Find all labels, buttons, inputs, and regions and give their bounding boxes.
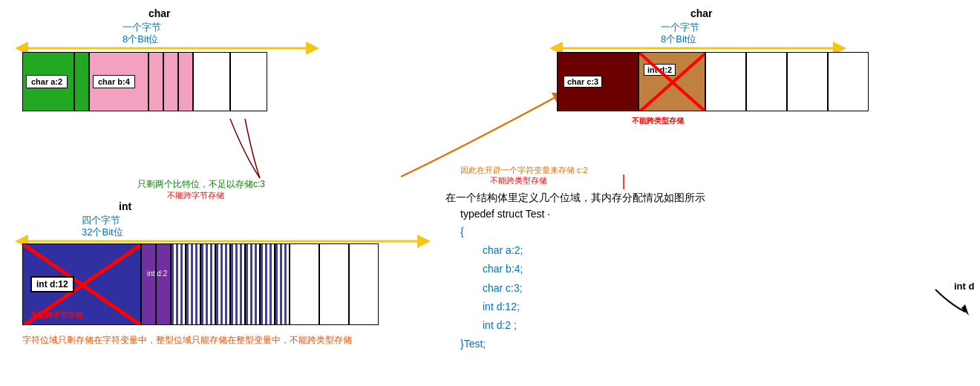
bl-cell-d12: int d:12 不能跨字节存储 [22, 243, 141, 325]
tl-cell-row: char a:2 char b:4 [22, 52, 267, 111]
bl-cell-p1 [141, 243, 156, 325]
tl-cell-rem2 [230, 52, 267, 111]
bl-bit-label: 32个Bit位 [82, 226, 123, 239]
code-brace-close: }Test; [460, 335, 523, 353]
cant-cross-byte-bl: 不能跨字节存储 [30, 310, 82, 321]
tr-type-label: char [690, 7, 713, 19]
code-line1: char a:2; [460, 241, 523, 260]
bl-stripe6 [245, 243, 260, 325]
code-line5: int d:2 ; [460, 316, 523, 335]
tr-cell-c: char c:3 [557, 52, 638, 111]
bl-type-label: int [119, 200, 131, 212]
bl-stripe2 [186, 243, 200, 325]
bl-stripe4 [215, 243, 230, 325]
bl-cell-p2 [156, 243, 171, 325]
tr-cell-row: char c:3 int d:2 不能跨类型存储 [557, 52, 869, 111]
cant-cross-byte-tl-label: 不能跨字节存储 [167, 190, 224, 201]
tr-cell-d: int d:2 不能跨类型存储 [638, 52, 705, 111]
tl-cell-b4 [178, 52, 193, 111]
tl-bit-label: 8个Bit位 [122, 33, 158, 46]
tr-cell-w1 [705, 52, 746, 111]
bl-cell-row: int d:12 不能跨字节存储 int d:2 [22, 243, 379, 325]
red-x-tr [639, 53, 705, 111]
main-canvas: char 一个字节 8个Bit位 char a:2 char b:4 只剩两个比… [0, 0, 980, 386]
cant-cross-type-label: 不能跨类型存储 [632, 116, 684, 126]
bl-bottom-note: 字符位域只剩存储在字符变量中，整型位域只能存储在整型变量中，不能跨类型存储 [22, 334, 352, 347]
bl-w2 [319, 243, 349, 325]
bl-stripe5 [230, 243, 245, 325]
tr-cell-w3 [787, 52, 828, 111]
int-d12-label: int d:12 [30, 276, 74, 292]
code-brace-open: { [460, 223, 523, 241]
code-typedef: typedef struct Test · [460, 208, 550, 220]
char-c-label: char c:3 [564, 76, 602, 88]
tr-cell-w2 [746, 52, 787, 111]
tl-cell-a2 [74, 52, 89, 111]
bl-group-d12: int d:12 不能跨字节存储 int d:2 [22, 243, 379, 325]
code-line3: char c:3; [460, 279, 523, 298]
tl-cell-b3 [163, 52, 178, 111]
main-desc: 在一个结构体里定义几个位域，其内存分配情况如图所示 [445, 192, 705, 205]
int-d2-small-label: int d:2 [147, 269, 167, 278]
bl-stripe1 [171, 243, 186, 325]
tl-type-label: char [148, 7, 171, 19]
code-line2: char b:4; [460, 260, 523, 278]
char-b-label: char b:4 [93, 75, 135, 88]
only-two-bits-label: 只剩两个比特位，不足以存储c:3 [137, 178, 265, 191]
bl-stripe8 [275, 243, 290, 325]
char-a-label: char a:2 [26, 75, 68, 88]
bl-w3 [349, 243, 379, 325]
bl-w1 [290, 243, 319, 325]
tl-cell-a-main: char a:2 [22, 52, 74, 111]
code-line4: int d:12; [460, 298, 523, 316]
tr-bit-label: 8个Bit位 [661, 33, 696, 46]
tl-cell-b-main: char b:4 [89, 52, 148, 111]
tl-cell-b2 [148, 52, 163, 111]
tr-cell-w4 [828, 52, 869, 111]
bl-stripe3 [200, 243, 215, 325]
tl-cell-rem1 [193, 52, 230, 111]
bl-stripe7 [260, 243, 275, 325]
open-new-char-label: 因此在开辟一个字符变量来存储 c:2 [460, 165, 588, 176]
code-block-content: { char a:2; char b:4; char c:3; int d:12… [460, 223, 523, 353]
cant-cross-type-tr-label: 不能跨类型存储 [490, 175, 547, 186]
right-arrow-svg [928, 282, 973, 319]
